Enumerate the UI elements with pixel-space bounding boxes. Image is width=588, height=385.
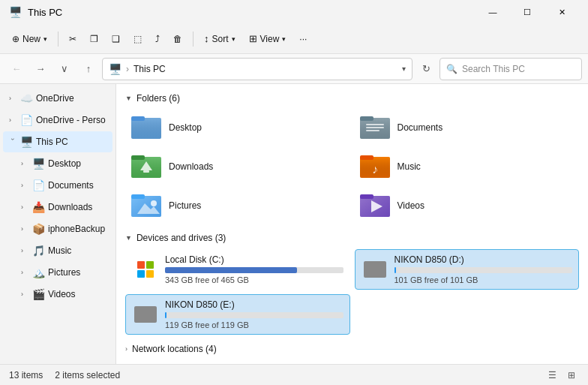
sidebar-label: Videos	[48, 289, 75, 299]
view-tiles-button[interactable]: ⊞	[564, 368, 579, 383]
toolbar-sep-2	[193, 32, 194, 47]
drive-icon-c	[132, 256, 159, 283]
sidebar-item-desktop[interactable]: › 🖥️ Desktop	[3, 153, 112, 174]
sort-button[interactable]: ↕ Sort ▾	[198, 30, 242, 47]
svg-rect-2	[131, 116, 145, 121]
folder-item-desktop[interactable]: Desktop	[125, 110, 351, 146]
sidebar-item-pictures[interactable]: › 🏔️ Pictures	[3, 262, 112, 283]
view-label: View	[260, 34, 280, 44]
svg-text:♪: ♪	[372, 163, 378, 176]
drive-name-c: Local Disk (C:)	[165, 254, 344, 265]
chevron-icon: ›	[21, 203, 28, 211]
sidebar-item-videos[interactable]: › 🎬 Videos	[3, 284, 112, 305]
up-button[interactable]: ↑	[78, 59, 99, 80]
statusbar: 13 items 2 items selected ☰ ⊞	[0, 364, 588, 385]
folder-icon-videos	[360, 192, 390, 219]
sidebar-item-music[interactable]: › 🎵 Music	[3, 240, 112, 261]
view-button[interactable]: ⊞ View ▾	[243, 30, 292, 47]
drive-name-d: NIKON D850 (D:)	[394, 254, 573, 265]
toolbar-sep-1	[58, 32, 58, 47]
folder-item-pictures[interactable]: Pictures	[125, 188, 351, 224]
new-button[interactable]: ⊕ New ▾	[6, 31, 53, 47]
chevron-icon: ›	[21, 290, 28, 298]
new-icon: ⊕	[12, 34, 20, 44]
chevron-icon: ›	[21, 269, 28, 276]
drive-free-c: 343 GB free of 465 GB	[165, 275, 344, 284]
address-box[interactable]: 🖥️ › This PC ▾	[102, 58, 412, 80]
folder-item-documents[interactable]: Documents	[354, 110, 580, 146]
drive-bar-c	[165, 267, 297, 273]
addressbar: ← → ∨ ↑ 🖥️ › This PC ▾ ↻ 🔍 Search This P…	[0, 54, 588, 84]
drive-bar-e	[165, 312, 166, 318]
share-button[interactable]: ⤴	[149, 31, 166, 47]
copy-button[interactable]: ❐	[84, 31, 104, 47]
sort-icon: ↕	[204, 33, 209, 44]
forward-button[interactable]: →	[30, 59, 51, 80]
drive-item-nikon-e[interactable]: NIKON D850 (E:) 119 GB free of 119 GB	[125, 294, 350, 335]
back-button[interactable]: ←	[6, 59, 27, 80]
sidebar: › ☁️ OneDrive › 📄 OneDrive - Perso › 🖥️ …	[0, 84, 116, 364]
cut-button[interactable]: ✂	[63, 31, 82, 47]
drives-section-header[interactable]: ▼ Devices and drives (3)	[125, 233, 579, 243]
drive-name-e: NIKON D850 (E:)	[165, 299, 344, 310]
cut-icon: ✂	[69, 34, 76, 44]
search-placeholder: Search This PC	[462, 64, 525, 74]
backup-icon: 📦	[32, 223, 45, 235]
disc-shape-icon	[364, 261, 386, 278]
titlebar-left: 🖥️ This PC	[9, 6, 62, 18]
titlebar: 🖥️ This PC — ☐ ✕	[0, 0, 588, 24]
sidebar-item-this-pc[interactable]: › 🖥️ This PC	[3, 131, 112, 152]
search-icon: 🔍	[446, 64, 458, 74]
pictures-icon: 🏔️	[32, 266, 45, 278]
recent-button[interactable]: ∨	[54, 59, 75, 80]
documents-icon: 📄	[32, 179, 45, 191]
paste-icon: ❑	[112, 34, 120, 44]
music-icon: 🎵	[32, 245, 45, 257]
sidebar-item-onedrive[interactable]: › ☁️ OneDrive	[3, 88, 112, 109]
close-button[interactable]: ✕	[544, 0, 579, 24]
sidebar-item-documents[interactable]: › 📄 Documents	[3, 175, 112, 196]
chevron-icon: ›	[21, 160, 28, 167]
folder-item-videos[interactable]: Videos	[354, 188, 580, 224]
search-box[interactable]: 🔍 Search This PC	[440, 58, 582, 80]
maximize-button[interactable]: ☐	[510, 0, 544, 24]
sidebar-label: Downloads	[48, 202, 92, 212]
delete-button[interactable]: 🗑	[167, 31, 188, 47]
svg-rect-5	[360, 116, 374, 121]
drive-bar-wrap-e	[165, 312, 344, 318]
toolbar: ⊕ New ▾ ✂ ❐ ❑ ⬚ ⤴ 🗑 ↕ Sort ▾ ⊞ View ▾ ··…	[0, 24, 588, 54]
drive-icon-e	[132, 301, 159, 328]
address-separator: ›	[126, 64, 129, 74]
rename-button[interactable]: ⬚	[128, 31, 148, 47]
rename-icon: ⬚	[134, 34, 142, 44]
folder-icon-desktop	[131, 114, 161, 141]
chevron-icon: ›	[9, 116, 16, 124]
minimize-button[interactable]: —	[476, 0, 510, 24]
folders-section-header[interactable]: ▼ Folders (6)	[125, 93, 579, 104]
disc-shape-icon	[134, 306, 157, 323]
statusbar-views: ☰ ⊞	[544, 368, 579, 383]
sidebar-item-onedrive-personal[interactable]: › 📄 OneDrive - Perso	[3, 110, 112, 131]
svg-rect-16	[360, 155, 374, 160]
downloads-icon: 📥	[32, 201, 45, 213]
network-section-header[interactable]: › Network locations (4)	[125, 344, 579, 354]
videos-icon: 🎬	[32, 288, 45, 300]
svg-rect-6	[366, 124, 384, 125]
folder-label-documents: Documents	[398, 122, 443, 133]
drive-item-local-c[interactable]: Local Disk (C:) 343 GB free of 465 GB	[125, 249, 350, 290]
sidebar-item-downloads[interactable]: › 📥 Downloads	[3, 197, 112, 218]
folder-icon-music: ♪	[360, 153, 390, 180]
new-chevron-icon: ▾	[44, 35, 47, 43]
sidebar-item-iphonebackup[interactable]: › 📦 iphoneBackup	[3, 218, 112, 239]
more-button[interactable]: ···	[293, 31, 313, 47]
svg-point-22	[151, 200, 157, 206]
sidebar-label: Desktop	[48, 158, 81, 169]
refresh-button[interactable]: ↻	[416, 59, 436, 80]
chevron-icon: ›	[21, 247, 28, 254]
view-list-button[interactable]: ☰	[544, 368, 560, 383]
folder-item-music[interactable]: ♪ Music	[354, 149, 580, 185]
paste-button[interactable]: ❑	[106, 31, 126, 47]
folder-item-downloads[interactable]: Downloads	[125, 149, 351, 185]
drive-item-nikon-d[interactable]: NIKON D850 (D:) 101 GB free of 101 GB	[355, 249, 580, 290]
file-icon: 📄	[20, 114, 33, 126]
